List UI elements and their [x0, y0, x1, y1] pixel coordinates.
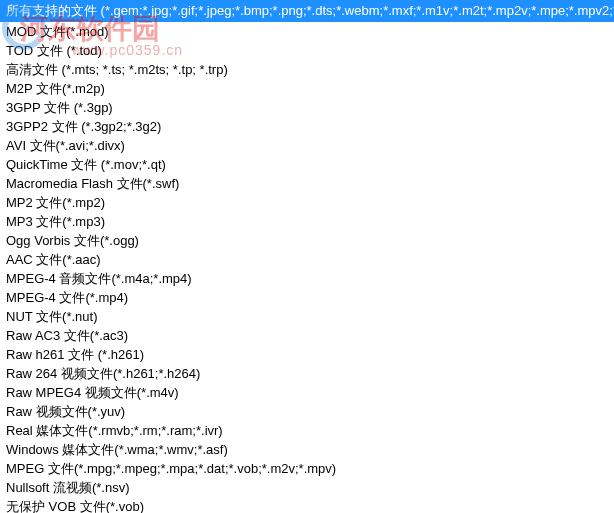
filter-option[interactable]: Ogg Vorbis 文件(*.ogg)	[6, 231, 608, 250]
filter-option[interactable]: TOD 文件 (*.tod)	[6, 41, 608, 60]
filter-option[interactable]: MPEG-4 音频文件(*.m4a;*.mp4)	[6, 269, 608, 288]
filter-option[interactable]: QuickTime 文件 (*.mov;*.qt)	[6, 155, 608, 174]
filter-option[interactable]: 3GPP2 文件 (*.3gp2;*.3g2)	[6, 117, 608, 136]
filter-option[interactable]: AVI 文件(*.avi;*.divx)	[6, 136, 608, 155]
dropdown-selected-row[interactable]: 所有支持的文件 (*.gem;*.jpg;*.gif;*.jpeg;*.bmp;…	[0, 0, 614, 22]
filter-option[interactable]: Raw 264 视频文件(*.h261;*.h264)	[6, 364, 608, 383]
filter-option[interactable]: Real 媒体文件(*.rmvb;*.rm;*.ram;*.ivr)	[6, 421, 608, 440]
filter-option[interactable]: MPEG 文件(*.mpg;*.mpeg;*.mpa;*.dat;*.vob;*…	[6, 459, 608, 478]
filter-option[interactable]: Raw MPEG4 视频文件(*.m4v)	[6, 383, 608, 402]
filter-option[interactable]: 无保护 VOB 文件(*.vob)	[6, 497, 608, 513]
filter-option[interactable]: NUT 文件(*.nut)	[6, 307, 608, 326]
filter-option[interactable]: Raw 视频文件(*.yuv)	[6, 402, 608, 421]
filter-option[interactable]: MOD 文件(*.mod)	[6, 22, 608, 41]
filter-option[interactable]: Raw h261 文件 (*.h261)	[6, 345, 608, 364]
file-filter-list: MOD 文件(*.mod)TOD 文件 (*.tod)高清文件 (*.mts; …	[0, 22, 614, 513]
filter-option[interactable]: Windows 媒体文件(*.wma;*.wmv;*.asf)	[6, 440, 608, 459]
dropdown-selected-text: 所有支持的文件 (*.gem;*.jpg;*.gif;*.jpeg;*.bmp;…	[6, 3, 614, 18]
filter-option[interactable]: MPEG-4 文件(*.mp4)	[6, 288, 608, 307]
filter-option[interactable]: MP3 文件(*.mp3)	[6, 212, 608, 231]
filter-option[interactable]: AAC 文件(*.aac)	[6, 250, 608, 269]
filter-option[interactable]: Nullsoft 流视频(*.nsv)	[6, 478, 608, 497]
filter-option[interactable]: Macromedia Flash 文件(*.swf)	[6, 174, 608, 193]
filter-option[interactable]: Raw AC3 文件(*.ac3)	[6, 326, 608, 345]
filter-option[interactable]: 高清文件 (*.mts; *.ts; *.m2ts; *.tp; *.trp)	[6, 60, 608, 79]
filter-option[interactable]: MP2 文件(*.mp2)	[6, 193, 608, 212]
filter-option[interactable]: M2P 文件(*.m2p)	[6, 79, 608, 98]
filter-option[interactable]: 3GPP 文件 (*.3gp)	[6, 98, 608, 117]
